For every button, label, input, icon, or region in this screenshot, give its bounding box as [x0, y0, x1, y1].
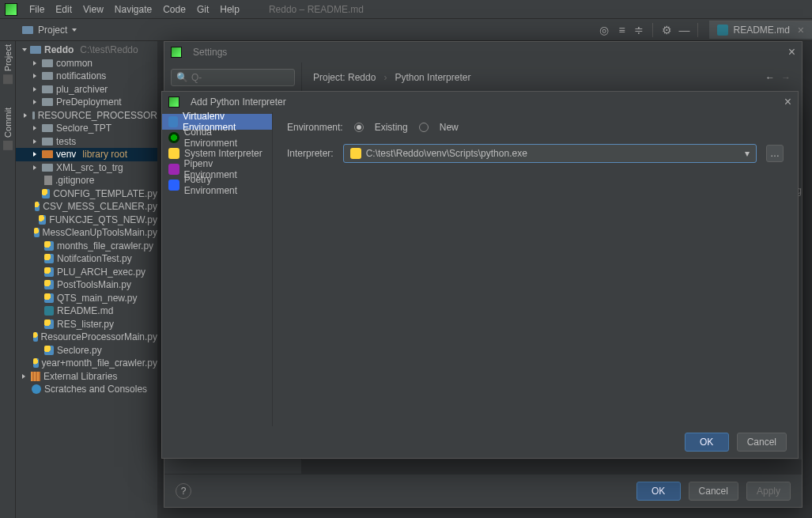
chevron-down-icon[interactable] — [72, 28, 77, 32]
python-icon — [44, 280, 54, 289]
interp-option-poetry[interactable]: Poetry Environment — [162, 177, 272, 193]
tree-file[interactable]: MessCleanUpToolsMain.py — [43, 227, 157, 238]
tree-file[interactable]: QTS_main_new.py — [57, 293, 137, 304]
tree-file[interactable]: .gitignore — [55, 175, 94, 186]
help-icon[interactable]: ? — [176, 483, 191, 499]
tree-ext-lib[interactable]: External Libraries — [43, 371, 117, 382]
chevron-right-icon[interactable] — [33, 152, 39, 157]
tree-folder[interactable]: RESOURCE_PROCESSOR — [38, 110, 157, 121]
environment-label: Environment: — [287, 122, 343, 133]
chevron-right-icon[interactable] — [33, 165, 39, 170]
tree-venv-row[interactable]: venvlibrary root — [16, 148, 157, 161]
target-icon[interactable]: ◎ — [595, 21, 613, 39]
tree-file[interactable]: PLU_ARCH_exec.py — [57, 267, 145, 278]
interp-option-conda[interactable]: Conda Environment — [162, 130, 272, 146]
left-gutter: Project Commit — [0, 41, 16, 518]
project-tree[interactable]: ReddoC:\test\Reddo common notifications … — [16, 41, 158, 518]
menu-navigate[interactable]: Navigate — [109, 4, 157, 15]
interp-cancel-button[interactable]: Cancel — [737, 433, 787, 452]
menu-git[interactable]: Git — [191, 4, 214, 15]
interpreter-value: C:\test\Reddo\venv\Scripts\python.exe — [366, 148, 527, 159]
tree-file[interactable]: NotifcationTest.py — [57, 253, 132, 264]
python-icon — [44, 293, 54, 303]
python-icon — [42, 189, 51, 199]
tree-file[interactable]: ResourceProcessorMain.py — [41, 331, 157, 342]
chevron-right-icon[interactable] — [33, 100, 39, 104]
chevron-right-icon[interactable] — [33, 87, 39, 92]
interpreter-dropdown[interactable]: C:\test\Reddo\venv\Scripts\python.exe ▾ — [343, 144, 757, 163]
tree-folder[interactable]: Seclore_TPT — [56, 123, 111, 134]
radio-existing[interactable] — [354, 123, 364, 132]
chevron-right-icon[interactable] — [33, 74, 39, 78]
pipenv-icon — [168, 164, 179, 175]
chevron-down-icon: ▾ — [745, 148, 750, 159]
chevron-down-icon[interactable] — [22, 48, 27, 51]
radio-existing-label[interactable]: Existing — [375, 122, 408, 133]
folder-icon — [42, 124, 53, 132]
interpreter-label: Interpreter: — [287, 148, 334, 159]
settings-search-placeholder: Q- — [191, 72, 202, 83]
tree-file[interactable]: PostToolsMain.py — [57, 279, 131, 290]
settings-search[interactable]: 🔍 Q- — [171, 69, 295, 86]
minimize-icon[interactable]: — — [675, 21, 693, 39]
python-icon — [44, 346, 54, 355]
tree-file[interactable]: RES_lister.py — [57, 319, 114, 330]
tree-venv-note: library root — [82, 149, 127, 160]
back-icon[interactable]: ← — [765, 72, 775, 83]
tree-file[interactable]: months_file_crawler.py — [57, 240, 153, 251]
close-icon[interactable]: × — [788, 45, 795, 59]
browse-button[interactable]: … — [766, 145, 784, 162]
python-icon — [35, 202, 40, 211]
interp-ok-button[interactable]: OK — [685, 433, 729, 452]
menu-edit[interactable]: Edit — [50, 4, 77, 15]
project-label[interactable]: Project — [38, 25, 67, 36]
tree-scratches[interactable]: Scratches and Consoles — [44, 384, 147, 395]
commit-toolwin-icon — [3, 141, 13, 150]
tree-file[interactable]: CSV_MESS_CLEANER.py — [43, 201, 157, 212]
tree-file[interactable]: FUNKCJE_QTS_NEW.py — [49, 214, 157, 225]
expand-all-icon[interactable]: ≡ — [613, 21, 630, 39]
menu-help[interactable]: Help — [214, 4, 245, 15]
tree-folder[interactable]: PreDeployment — [56, 96, 122, 108]
radio-new-label[interactable]: New — [440, 122, 459, 133]
crumb-interpreter[interactable]: Python Interpreter — [395, 72, 470, 83]
menu-view[interactable]: View — [77, 4, 109, 15]
tree-folder[interactable]: tests — [56, 136, 76, 147]
collapse-all-icon[interactable]: ≑ — [630, 21, 648, 39]
chevron-right-icon[interactable] — [22, 374, 28, 379]
settings-cancel-button[interactable]: Cancel — [689, 482, 738, 501]
chevron-right-icon[interactable] — [33, 61, 39, 66]
folder-icon — [42, 164, 53, 172]
chevron-right-icon[interactable] — [33, 139, 39, 144]
close-tab-icon[interactable]: × — [798, 24, 804, 36]
tree-folder[interactable]: common — [56, 58, 93, 69]
menu-file[interactable]: File — [24, 4, 50, 15]
tree-folder[interactable]: notifications — [56, 70, 106, 81]
folder-icon — [42, 85, 53, 93]
close-icon[interactable]: × — [784, 95, 791, 109]
tree-file[interactable]: README.md — [57, 305, 113, 316]
toolwin-project[interactable]: Project — [3, 44, 13, 84]
chevron-right-icon[interactable] — [33, 126, 39, 130]
crumb-project[interactable]: Project: Reddo — [313, 72, 376, 83]
tree-folder[interactable]: plu_archiver — [56, 84, 108, 95]
python-icon — [33, 358, 38, 368]
editor-tab[interactable]: README.md × — [709, 21, 812, 39]
tree-file[interactable]: year+month_file_crawler.py — [42, 357, 157, 369]
markdown-icon — [44, 306, 54, 316]
forward-icon[interactable]: → — [781, 72, 791, 83]
tree-folder[interactable]: XML_src_to_trg — [56, 162, 123, 173]
radio-new[interactable] — [419, 123, 429, 132]
settings-ok-button[interactable]: OK — [636, 482, 681, 501]
tree-root[interactable]: Reddo — [44, 44, 74, 55]
chevron-right-icon[interactable] — [24, 113, 29, 118]
search-icon: 🔍 — [176, 72, 188, 83]
gear-icon[interactable]: ⚙ — [658, 21, 675, 39]
toolwin-commit[interactable]: Commit — [3, 108, 13, 150]
menu-code[interactable]: Code — [157, 4, 191, 15]
settings-apply-button[interactable]: Apply — [746, 482, 791, 501]
tree-file[interactable]: Seclore.py — [57, 345, 102, 356]
python-icon — [350, 148, 361, 159]
tree-file[interactable]: CONFIG_TEMPLATE.py — [53, 188, 157, 199]
virtualenv-icon — [168, 116, 178, 127]
